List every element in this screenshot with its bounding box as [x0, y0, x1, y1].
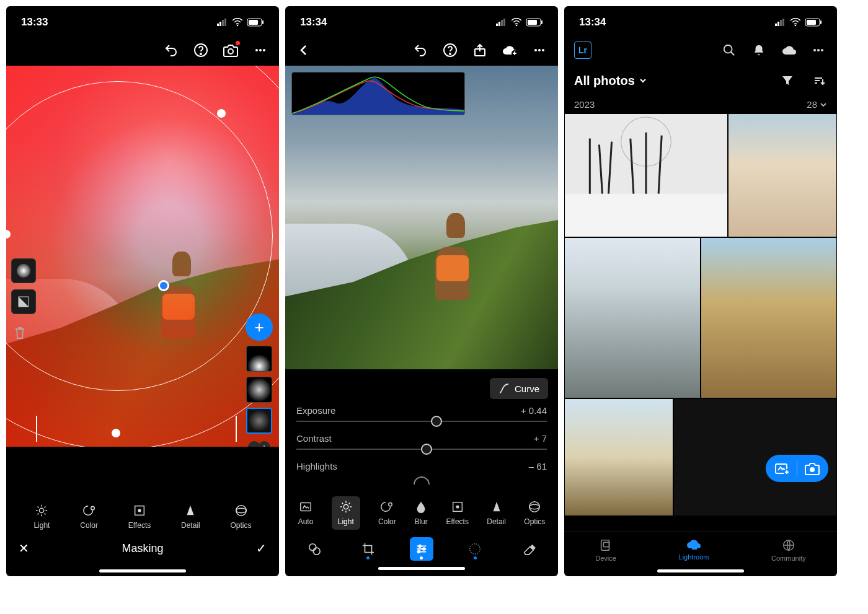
curve-button[interactable]: Curve — [490, 378, 548, 399]
svg-rect-43 — [820, 20, 822, 24]
camera-fab[interactable] — [766, 455, 828, 482]
crop-edge[interactable] — [36, 416, 37, 442]
battery-icon — [247, 18, 264, 27]
year-row[interactable]: 2023 28 — [564, 95, 837, 113]
mask-thumb[interactable] — [246, 377, 272, 403]
bell-icon[interactable] — [750, 42, 768, 59]
tool-optics[interactable]: Optics — [524, 500, 545, 526]
mask-tool-radial[interactable] — [11, 258, 36, 283]
tool-light[interactable]: Light — [332, 496, 360, 530]
adjust-tool-row: Light Color Effects Detail Optics — [6, 496, 279, 532]
photo-canvas[interactable]: + − + — [6, 66, 279, 447]
album-title-dropdown[interactable]: All photos — [574, 74, 647, 88]
mode-adjust[interactable] — [410, 537, 433, 561]
nav-label: Community — [771, 555, 806, 562]
svg-point-40 — [470, 544, 480, 555]
camera-icon[interactable] — [222, 42, 239, 59]
grid-thumb[interactable] — [564, 113, 728, 237]
more-icon[interactable] — [531, 42, 548, 59]
screen-masking: 13:33 — [6, 6, 279, 576]
mode-erase[interactable] — [517, 537, 541, 561]
nav-lightroom[interactable]: Lightroom — [679, 538, 709, 562]
chevron-down-icon — [639, 76, 647, 85]
share-icon[interactable] — [471, 42, 489, 59]
mask-tool-invert[interactable] — [11, 289, 36, 314]
home-indicator[interactable] — [657, 569, 744, 572]
histogram[interactable] — [291, 72, 465, 115]
top-toolbar: Lr — [564, 35, 837, 66]
undo-icon[interactable] — [412, 42, 429, 59]
zoom-in-icon[interactable]: + — [258, 441, 270, 447]
tool-detail[interactable]: Detail — [181, 504, 200, 530]
help-icon[interactable] — [441, 42, 459, 59]
mask-thumb-selected[interactable] — [246, 408, 272, 434]
tool-auto[interactable]: Auto — [298, 500, 314, 526]
svg-rect-57 — [692, 545, 697, 550]
crop-edge[interactable] — [236, 416, 237, 442]
more-icon[interactable] — [252, 42, 269, 59]
nav-device[interactable]: Device — [595, 538, 616, 562]
slider-highlights[interactable]: Highlights– 61 — [296, 461, 547, 471]
svg-point-46 — [813, 49, 816, 51]
back-icon[interactable] — [295, 42, 312, 59]
tool-label: Optics — [231, 521, 252, 530]
chevron-down-icon — [820, 101, 827, 108]
svg-rect-19 — [541, 20, 542, 24]
slider-exposure[interactable]: Exposure+ 0.44 — [296, 405, 547, 422]
screen-light-edit: 13:34 — [285, 6, 558, 576]
svg-point-30 — [389, 503, 392, 507]
home-indicator[interactable] — [378, 567, 465, 570]
svg-point-36 — [313, 548, 320, 555]
year-count: 28 — [807, 99, 817, 110]
tool-detail[interactable]: Detail — [487, 500, 506, 526]
svg-rect-56 — [603, 542, 609, 546]
bottom-nav: Device Lightroom Community — [564, 532, 837, 564]
svg-point-8 — [259, 49, 262, 51]
help-icon[interactable] — [192, 42, 210, 59]
grid-thumb[interactable] — [564, 237, 701, 398]
slider-contrast[interactable]: Contrast+ 7 — [296, 433, 547, 450]
tool-optics[interactable]: Optics — [231, 504, 252, 530]
trash-icon[interactable] — [11, 324, 29, 341]
more-icon[interactable] — [810, 42, 827, 59]
app-badge[interactable]: Lr — [574, 42, 591, 59]
search-icon[interactable] — [720, 42, 738, 59]
home-indicator[interactable] — [99, 569, 186, 572]
cloud-icon[interactable] — [780, 42, 797, 59]
zoom-controls[interactable]: − + — [248, 441, 270, 447]
cancel-button[interactable]: ✕ — [19, 541, 29, 556]
filter-icon[interactable] — [779, 72, 796, 89]
tool-effects[interactable]: Effects — [446, 500, 468, 526]
expand-handle[interactable] — [296, 476, 547, 493]
sort-icon[interactable] — [810, 72, 827, 89]
add-mask-button[interactable]: + — [246, 314, 273, 341]
confirm-button[interactable]: ✓ — [256, 541, 267, 556]
cloud-add-icon[interactable] — [501, 42, 518, 59]
svg-point-27 — [542, 49, 544, 51]
slider-thumb[interactable] — [421, 444, 432, 455]
tool-label: Detail — [181, 521, 200, 530]
mode-mask[interactable] — [463, 537, 487, 561]
svg-point-32 — [456, 506, 459, 508]
tool-color[interactable]: Color — [378, 500, 396, 526]
top-toolbar — [285, 35, 558, 66]
svg-point-22 — [450, 53, 451, 55]
handle-dot[interactable] — [112, 429, 120, 437]
mode-crop[interactable] — [356, 537, 380, 561]
grid-thumb[interactable] — [728, 113, 837, 237]
mode-healing[interactable] — [303, 537, 326, 561]
grid-thumb[interactable] — [564, 398, 673, 516]
grid-thumb[interactable] — [701, 237, 837, 398]
tool-color[interactable]: Color — [80, 504, 98, 530]
tool-blur[interactable]: Blur — [414, 500, 428, 526]
photo-canvas[interactable] — [285, 66, 558, 369]
mask-center-handle[interactable] — [158, 280, 169, 291]
undo-icon[interactable] — [162, 42, 180, 59]
slider-thumb[interactable] — [431, 416, 442, 427]
svg-point-34 — [529, 504, 540, 509]
handle-dot[interactable] — [217, 109, 226, 118]
tool-light[interactable]: Light — [33, 504, 50, 530]
mask-thumb[interactable] — [246, 346, 272, 372]
tool-effects[interactable]: Effects — [128, 504, 151, 530]
nav-community[interactable]: Community — [771, 538, 806, 562]
